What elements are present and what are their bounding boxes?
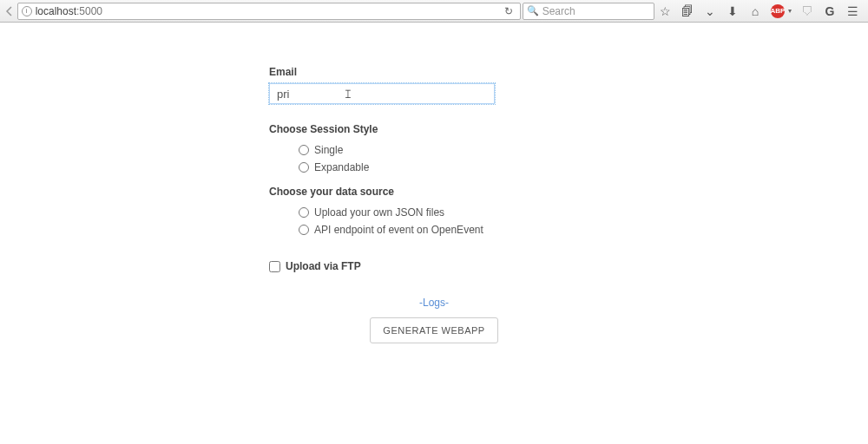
url-text: localhost:5000 — [36, 5, 497, 17]
email-input[interactable] — [269, 83, 495, 104]
session-style-title: Choose Session Style — [269, 123, 599, 135]
radio-single-label: Single — [314, 144, 343, 156]
radio-upload-json-input[interactable] — [299, 207, 309, 218]
abp-icon[interactable]: ABP — [771, 4, 785, 18]
session-style-section: Choose Session Style Single Expandable — [269, 123, 599, 173]
email-label: Email — [269, 66, 599, 78]
search-icon: 🔍 — [527, 5, 539, 16]
pocket-icon[interactable]: ⌄ — [703, 4, 717, 18]
shield-icon[interactable]: ⛉ — [800, 4, 814, 18]
toolbar-icons: ☆ 🗐 ⌄ ⬇ ⌂ ABP ▾ ⛉ G ☰ — [658, 4, 865, 18]
back-button[interactable] — [3, 3, 16, 20]
page-body: Email 𝙸 Choose Session Style Single Expa… — [0, 23, 868, 343]
info-icon: i — [22, 6, 32, 16]
menu-icon[interactable]: ☰ — [845, 4, 859, 18]
radio-single[interactable]: Single — [299, 144, 599, 156]
radio-api-endpoint-input[interactable] — [299, 225, 309, 235]
radio-api-endpoint-label: API endpoint of event on OpenEvent — [314, 224, 483, 236]
ftp-checkbox[interactable] — [269, 261, 280, 272]
search-placeholder: Search — [542, 5, 575, 17]
data-source-title: Choose your data source — [269, 186, 599, 198]
reload-icon[interactable]: ↻ — [501, 5, 516, 17]
data-source-section: Choose your data source Upload your own … — [269, 186, 599, 236]
url-bar[interactable]: i localhost:5000 ↻ — [17, 3, 521, 20]
radio-expandable-input[interactable] — [299, 162, 309, 173]
reader-icon[interactable]: 🗐 — [681, 4, 694, 18]
bookmark-star-icon[interactable]: ☆ — [658, 4, 672, 18]
browser-toolbar: i localhost:5000 ↻ 🔍 Search ☆ 🗐 ⌄ ⬇ ⌂ AB… — [0, 0, 868, 23]
home-icon[interactable]: ⌂ — [748, 4, 762, 18]
radio-expandable-label: Expandable — [314, 161, 369, 173]
g-icon[interactable]: G — [823, 4, 837, 18]
arrow-left-icon — [4, 6, 15, 16]
abp-dropdown-icon[interactable]: ▾ — [788, 7, 792, 15]
ftp-checkbox-row[interactable]: Upload via FTP — [269, 260, 599, 272]
ftp-label: Upload via FTP — [286, 260, 361, 272]
radio-single-input[interactable] — [299, 145, 309, 155]
search-box[interactable]: 🔍 Search — [523, 3, 654, 20]
radio-api-endpoint[interactable]: API endpoint of event on OpenEvent — [299, 224, 599, 236]
form-container: Email 𝙸 Choose Session Style Single Expa… — [269, 66, 599, 343]
radio-upload-json-label: Upload your own JSON files — [314, 206, 444, 219]
logs-link[interactable]: -Logs- — [269, 297, 599, 309]
radio-upload-json[interactable]: Upload your own JSON files — [299, 206, 599, 219]
radio-expandable[interactable]: Expandable — [299, 161, 599, 173]
download-icon[interactable]: ⬇ — [726, 4, 740, 18]
generate-button[interactable]: GENERATE WEBAPP — [370, 317, 497, 343]
